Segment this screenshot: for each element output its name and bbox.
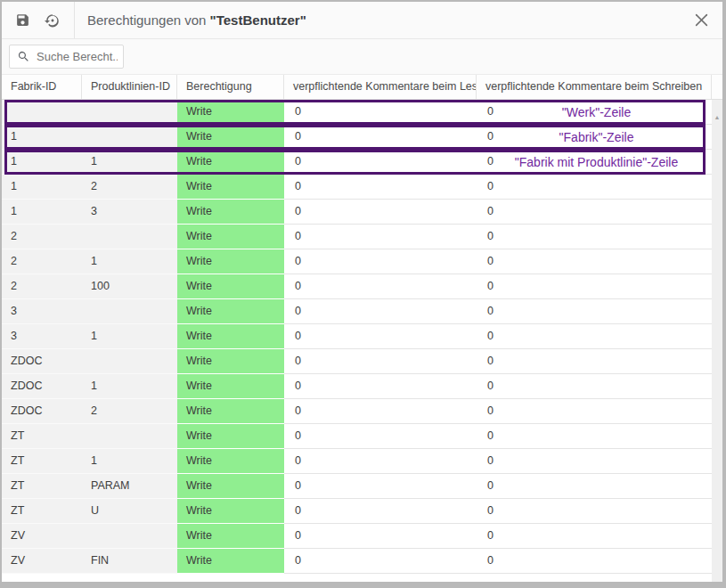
- produktlinien-id-cell: [82, 524, 177, 549]
- permission-cell[interactable]: Write: [177, 299, 284, 324]
- kommentare-schreiben-cell: 0: [477, 399, 712, 424]
- kommentare-lesen-cell: 0: [284, 249, 477, 274]
- fabrik-id-cell: 2: [2, 249, 82, 274]
- permission-cell[interactable]: Write: [177, 175, 284, 200]
- kommentare-lesen-cell: 0: [284, 299, 477, 324]
- fabrik-id-cell: ZT: [2, 474, 82, 499]
- table-row[interactable]: 11Write00"Fabrik mit Produktlinie"-Zeile: [2, 150, 712, 175]
- table-row[interactable]: ZT1Write00: [2, 449, 712, 474]
- dialog-title: Berechtigungen von "TestBenutzer": [87, 12, 306, 28]
- table-row[interactable]: ZTWrite00: [2, 424, 712, 449]
- column-header-fabrik-id[interactable]: Fabrik-ID: [2, 75, 82, 99]
- produktlinien-id-cell: 1: [82, 150, 177, 175]
- row-annotation-label: "Fabrik"-Zeile: [487, 125, 706, 150]
- table-row[interactable]: 2100Write00: [2, 274, 712, 299]
- permission-cell[interactable]: Write: [177, 324, 284, 349]
- permission-cell[interactable]: Write: [177, 549, 284, 574]
- permission-cell[interactable]: Write: [177, 524, 284, 549]
- produktlinien-id-cell: [82, 225, 177, 249]
- kommentare-lesen-cell: 0: [284, 100, 477, 125]
- produktlinien-id-cell: 1: [82, 249, 177, 274]
- table-row[interactable]: 31Write00: [2, 324, 712, 349]
- permission-cell[interactable]: Write: [177, 374, 284, 399]
- column-header-kommentare-lesen[interactable]: verpflichtende Kommentare beim Lesen: [284, 75, 477, 99]
- restore-button[interactable]: [41, 9, 64, 32]
- table-header-row: Fabrik-ID Produktlinien-ID Berechtigung …: [2, 74, 722, 100]
- fabrik-id-cell: 3: [2, 324, 82, 349]
- fabrik-id-cell: ZDOC: [2, 399, 82, 424]
- fabrik-id-cell: 2: [2, 274, 82, 299]
- table-row[interactable]: 12Write00: [2, 175, 712, 200]
- kommentare-lesen-cell: 0: [284, 474, 477, 499]
- search-icon: [17, 50, 30, 63]
- kommentare-lesen-cell: 0: [284, 449, 477, 474]
- column-header-kommentare-schreiben[interactable]: verpflichtende Kommentare beim Schreiben: [477, 75, 712, 99]
- table-row[interactable]: Write00"Werk"-Zeile: [2, 100, 712, 125]
- table-row[interactable]: ZDOCWrite00: [2, 349, 712, 374]
- row-annotation-label: "Werk"-Zeile: [487, 100, 706, 125]
- permission-cell[interactable]: Write: [177, 200, 284, 225]
- table-row[interactable]: ZDOC1Write00: [2, 374, 712, 399]
- kommentare-lesen-cell: 0: [284, 125, 477, 150]
- table-row[interactable]: 21Write00: [2, 249, 712, 274]
- fabrik-id-cell: ZV: [2, 524, 82, 549]
- kommentare-schreiben-cell: 0: [477, 324, 712, 349]
- kommentare-lesen-cell: 0: [284, 399, 477, 424]
- search-box[interactable]: [9, 45, 124, 69]
- permission-cell[interactable]: Write: [177, 499, 284, 524]
- kommentare-lesen-cell: 0: [284, 200, 477, 225]
- produktlinien-id-cell: [82, 299, 177, 324]
- kommentare-lesen-cell: 0: [284, 225, 477, 249]
- produktlinien-id-cell: 1: [82, 374, 177, 399]
- save-button[interactable]: [11, 9, 34, 32]
- permission-cell[interactable]: Write: [177, 225, 284, 249]
- table-row[interactable]: ZTPARAMWrite00: [2, 474, 712, 499]
- fabrik-id-cell: ZT: [2, 424, 82, 449]
- kommentare-schreiben-cell: 0: [477, 299, 712, 324]
- permission-cell[interactable]: Write: [177, 449, 284, 474]
- fabrik-id-cell: 2: [2, 225, 82, 249]
- kommentare-lesen-cell: 0: [284, 274, 477, 299]
- close-button[interactable]: [689, 8, 714, 33]
- search-input[interactable]: [37, 50, 118, 63]
- kommentare-schreiben-cell: 0: [477, 274, 712, 299]
- permission-cell[interactable]: Write: [177, 474, 284, 499]
- table-row[interactable]: ZDOC2Write00: [2, 399, 712, 424]
- table-row[interactable]: ZTUWrite00: [2, 499, 712, 524]
- kommentare-lesen-cell: 0: [284, 499, 477, 524]
- fabrik-id-cell: [2, 100, 82, 125]
- scroll-up-button[interactable]: ▲: [712, 112, 722, 121]
- fabrik-id-cell: ZT: [2, 499, 82, 524]
- kommentare-schreiben-cell: 0: [477, 200, 712, 225]
- permission-cell[interactable]: Write: [177, 249, 284, 274]
- kommentare-schreiben-cell: 0: [477, 249, 712, 274]
- column-header-berechtigung[interactable]: Berechtigung: [177, 75, 284, 99]
- fabrik-id-cell: 1: [2, 125, 82, 150]
- vertical-scrollbar[interactable]: ▲: [712, 100, 722, 582]
- permission-cell[interactable]: Write: [177, 125, 284, 150]
- permission-cell[interactable]: Write: [177, 150, 284, 175]
- permission-cell[interactable]: Write: [177, 424, 284, 449]
- row-annotation-label: "Fabrik mit Produktlinie"-Zeile: [487, 150, 706, 175]
- table-row[interactable]: 3Write00: [2, 299, 712, 324]
- table-row[interactable]: ZVFINWrite00: [2, 549, 712, 574]
- fabrik-id-cell: ZV: [2, 549, 82, 574]
- permission-cell[interactable]: Write: [177, 274, 284, 299]
- produktlinien-id-cell: 100: [82, 274, 177, 299]
- table-row[interactable]: 1Write00"Fabrik"-Zeile: [2, 125, 712, 150]
- produktlinien-id-cell: 3: [82, 200, 177, 225]
- scroll-up-arrow-icon: ▲: [714, 114, 721, 120]
- table-row[interactable]: 2Write00: [2, 225, 712, 249]
- column-header-produktlinien-id[interactable]: Produktlinien-ID: [82, 75, 177, 99]
- produktlinien-id-cell: 1: [82, 324, 177, 349]
- produktlinien-id-cell: [82, 100, 177, 125]
- titlebar-divider: [74, 2, 75, 38]
- table-row[interactable]: ZVWrite00: [2, 524, 712, 549]
- permission-cell[interactable]: Write: [177, 399, 284, 424]
- permission-cell[interactable]: Write: [177, 349, 284, 374]
- produktlinien-id-cell: [82, 349, 177, 374]
- produktlinien-id-cell: 2: [82, 175, 177, 200]
- table-row[interactable]: 13Write00: [2, 200, 712, 225]
- fabrik-id-cell: ZDOC: [2, 374, 82, 399]
- permission-cell[interactable]: Write: [177, 100, 284, 125]
